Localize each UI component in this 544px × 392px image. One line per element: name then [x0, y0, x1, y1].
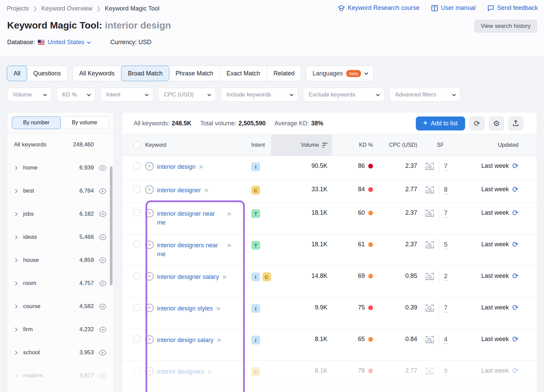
tab-related[interactable]: Related [267, 66, 301, 81]
refresh-metrics-icon[interactable]: ⟳ [512, 186, 518, 193]
keyword-link[interactable]: interior design salary [157, 336, 214, 344]
sidebar-item-jobs[interactable]: jobs 6,182 [7, 202, 114, 226]
open-keyword-icon[interactable]: » [227, 209, 231, 218]
view-search-history-button[interactable]: View search history [474, 20, 537, 33]
add-keyword-icon[interactable]: + [145, 162, 154, 171]
sidebar-scrollbar[interactable] [110, 166, 113, 285]
volume-filter-dropdown[interactable]: Volume [7, 88, 52, 102]
intent-filter-dropdown[interactable]: Intent [100, 88, 153, 102]
add-keyword-icon[interactable]: + [145, 185, 154, 194]
row-checkbox[interactable] [134, 336, 140, 342]
column-header-updated[interactable]: Updated [458, 135, 537, 156]
settings-button[interactable]: ⚙ [489, 117, 504, 130]
chevron-right-icon[interactable] [13, 212, 18, 216]
eye-icon[interactable] [99, 165, 107, 171]
sf-count[interactable]: 9 [444, 367, 447, 376]
serp-preview-icon[interactable] [425, 336, 434, 344]
refresh-button[interactable]: ⟳ [470, 117, 485, 130]
select-all-checkbox[interactable] [134, 142, 140, 148]
chevron-right-icon[interactable] [13, 166, 18, 170]
eye-icon[interactable] [99, 327, 107, 333]
tab-all-keywords[interactable]: All Keywords [73, 66, 121, 81]
open-keyword-icon[interactable]: » [199, 162, 202, 171]
open-keyword-icon[interactable]: » [216, 304, 220, 313]
open-keyword-icon[interactable]: » [222, 272, 226, 281]
eye-icon[interactable] [99, 304, 107, 309]
eye-icon[interactable] [99, 234, 107, 240]
send-feedback-link[interactable]: Send feedback [487, 4, 538, 12]
toggle-by-number[interactable]: By number [12, 117, 61, 129]
chevron-right-icon[interactable] [13, 258, 18, 263]
user-manual-link[interactable]: User manual [431, 4, 476, 12]
languages-dropdown[interactable]: Languages beta [306, 66, 373, 81]
sidebar-item-ideas[interactable]: ideas 5,466 [7, 226, 114, 249]
sf-count[interactable]: 7 [444, 209, 447, 218]
sidebar-item-home[interactable]: home 6,939 [7, 156, 114, 179]
breadcrumb-projects[interactable]: Projects [7, 5, 29, 12]
tab-phrase-match[interactable]: Phrase Match [169, 66, 220, 81]
chevron-right-icon[interactable] [13, 327, 18, 332]
eye-icon[interactable] [99, 188, 107, 194]
sidebar-item-all-keywords[interactable]: All keywords 248,460 [7, 133, 114, 156]
chevron-right-icon[interactable] [13, 281, 18, 286]
chevron-right-icon[interactable] [13, 374, 18, 378]
keyword-link[interactable]: interior designers near me [157, 241, 224, 259]
column-header-intent[interactable]: Intent [244, 135, 271, 156]
serp-preview-icon[interactable] [425, 304, 434, 312]
eye-icon[interactable] [99, 373, 107, 379]
serp-preview-icon[interactable] [425, 209, 434, 217]
chevron-right-icon[interactable] [13, 351, 18, 355]
refresh-metrics-icon[interactable]: ⟳ [512, 367, 518, 375]
add-keyword-icon[interactable]: + [145, 240, 154, 249]
sidebar-item-best[interactable]: best 6,764 [7, 179, 114, 202]
refresh-metrics-icon[interactable]: ⟳ [512, 272, 518, 280]
eye-icon[interactable] [99, 281, 107, 286]
add-keyword-icon[interactable]: + [145, 304, 154, 312]
eye-icon[interactable] [99, 257, 107, 263]
row-checkbox[interactable] [134, 304, 140, 311]
keyword-link[interactable]: interior design [157, 162, 196, 171]
exclude-keywords-dropdown[interactable]: Exclude keywords [303, 88, 385, 102]
chevron-right-icon[interactable] [13, 304, 18, 309]
eye-icon[interactable] [99, 211, 107, 217]
sidebar-item-firm[interactable]: firm 4,232 [7, 318, 114, 341]
eye-icon[interactable] [99, 350, 107, 356]
advanced-filters-dropdown[interactable]: Advanced filters [389, 88, 461, 102]
row-checkbox[interactable] [134, 241, 140, 248]
sidebar-item-house[interactable]: house 4,859 [7, 249, 114, 272]
refresh-metrics-icon[interactable]: ⟳ [512, 336, 518, 343]
refresh-metrics-icon[interactable]: ⟳ [512, 209, 518, 217]
add-to-list-button[interactable]: + Add to list [416, 117, 465, 130]
sidebar-item-course[interactable]: course 4,582 [7, 295, 114, 318]
sf-count[interactable]: 5 [444, 241, 447, 249]
column-header-sf[interactable]: SF [417, 135, 458, 156]
serp-preview-icon[interactable] [425, 241, 434, 249]
row-checkbox[interactable] [134, 186, 140, 193]
open-keyword-icon[interactable]: » [227, 241, 231, 250]
tab-broad-match[interactable]: Broad Match [121, 66, 169, 81]
row-checkbox[interactable] [134, 162, 140, 169]
add-keyword-icon[interactable]: + [145, 209, 154, 217]
serp-preview-icon[interactable] [425, 272, 434, 281]
sf-count[interactable]: 8 [444, 186, 447, 194]
row-checkbox[interactable] [134, 272, 140, 279]
keyword-link[interactable]: interior designer [157, 186, 201, 195]
chevron-right-icon[interactable] [13, 235, 18, 239]
toggle-by-volume[interactable]: By volume [61, 117, 109, 129]
serp-preview-icon[interactable] [425, 162, 434, 171]
column-header-volume[interactable]: Volume [271, 135, 332, 156]
cpc-filter-dropdown[interactable]: CPC (USD) [158, 88, 216, 102]
keyword-research-course-link[interactable]: Keyword Research course [338, 4, 420, 12]
tab-exact-match[interactable]: Exact Match [220, 66, 267, 81]
keyword-link[interactable]: interior designer near me [157, 209, 224, 227]
sf-count[interactable]: 4 [444, 336, 447, 344]
column-header-keyword[interactable]: Keyword [145, 135, 244, 156]
keyword-link[interactable]: interior designer salary [157, 272, 219, 281]
sf-count[interactable]: 7 [444, 304, 447, 313]
include-keywords-dropdown[interactable]: Include keywords [221, 88, 298, 102]
serp-preview-icon[interactable] [425, 367, 434, 375]
chevron-down-icon[interactable] [87, 40, 91, 43]
sidebar-item-modern[interactable]: modern 3,877 [7, 364, 114, 387]
database-selector[interactable]: United States [48, 39, 84, 46]
kd-filter-dropdown[interactable]: KD % [56, 88, 96, 102]
